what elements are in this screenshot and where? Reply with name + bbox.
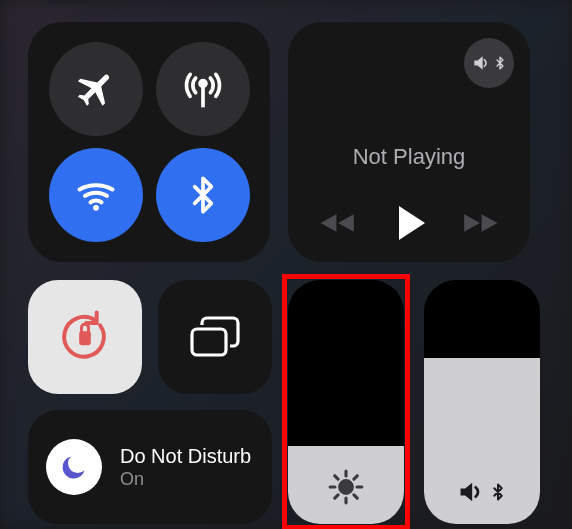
focus-labels: Do Not Disturb On <box>120 445 251 490</box>
speaker-icon <box>471 53 491 73</box>
svg-point-1 <box>93 205 99 211</box>
svg-point-0 <box>200 81 206 87</box>
moon-icon <box>59 452 89 482</box>
now-playing-status: Not Playing <box>288 144 530 170</box>
bluetooth-small-icon <box>489 480 507 504</box>
media-panel[interactable]: Not Playing <box>288 22 530 262</box>
bluetooth-toggle[interactable] <box>156 148 250 242</box>
focus-state: On <box>120 469 251 490</box>
svg-rect-3 <box>192 329 226 355</box>
airplane-mode-toggle[interactable] <box>49 42 143 136</box>
wifi-toggle[interactable] <box>49 148 143 242</box>
rotation-lock-icon <box>57 309 113 365</box>
svg-rect-2 <box>79 331 91 345</box>
audio-output-button[interactable] <box>464 38 514 88</box>
focus-button[interactable]: Do Not Disturb On <box>28 410 272 524</box>
cellular-data-toggle[interactable] <box>156 42 250 136</box>
airplane-icon <box>74 67 118 111</box>
connectivity-panel <box>28 22 270 262</box>
play-button[interactable] <box>393 206 425 240</box>
brightness-icon <box>288 468 404 506</box>
media-transport-controls <box>288 206 530 240</box>
screen-mirroring-icon <box>188 315 242 359</box>
volume-slider[interactable] <box>424 280 540 524</box>
rewind-button[interactable] <box>319 210 357 236</box>
screen-mirroring-button[interactable] <box>158 280 272 394</box>
wifi-icon <box>74 173 118 217</box>
focus-title: Do Not Disturb <box>120 445 251 467</box>
antenna-icon <box>181 67 225 111</box>
bluetooth-small-icon <box>493 54 507 72</box>
svg-point-4 <box>340 481 353 494</box>
volume-output-icon <box>424 478 540 506</box>
brightness-slider[interactable] <box>288 280 404 524</box>
orientation-lock-toggle[interactable] <box>28 280 142 394</box>
play-icon <box>399 206 425 240</box>
fast-forward-button[interactable] <box>461 210 499 236</box>
bluetooth-icon <box>183 175 223 215</box>
dnd-moon-badge <box>46 439 102 495</box>
